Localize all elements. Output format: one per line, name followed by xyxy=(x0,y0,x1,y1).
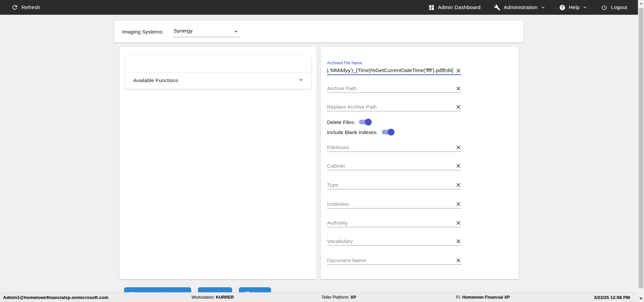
clear-icon[interactable]: × xyxy=(455,200,461,207)
financial-institution-status: FI: Hometown Financial XP xyxy=(456,295,510,300)
archived-file-name-input[interactable]: e({Date},'MMddyy')_{Time}%GetCurrentDate… xyxy=(327,67,453,73)
logout-label: Logout xyxy=(611,4,627,10)
scrollbar-thumb[interactable] xyxy=(639,8,643,288)
document-name-placeholder: Document Name xyxy=(327,257,366,263)
datetime-display: 3/23/25 12:08 PM xyxy=(594,295,630,300)
fi-value: Hometown Financial XP xyxy=(462,295,510,300)
vertical-scrollbar[interactable] xyxy=(638,0,644,302)
help-menu[interactable]: Help xyxy=(559,4,588,11)
toggle-thumb xyxy=(365,119,372,125)
fileroom-placeholder: FileRoom xyxy=(327,144,349,150)
type-placeholder: Type xyxy=(327,182,338,188)
clear-icon[interactable]: × xyxy=(455,257,461,263)
power-icon xyxy=(601,4,607,11)
available-functions-label: Available Functions xyxy=(133,77,178,83)
document-name-field[interactable]: Document Name × xyxy=(327,255,461,265)
status-bar: Admin1@hometownfinancialxp.onmicrosoft.c… xyxy=(0,292,638,302)
institution-placeholder: Institution xyxy=(327,201,349,207)
cabinet-field[interactable]: Cabinet × xyxy=(327,161,461,170)
teller-platform-label: Teller Platform: xyxy=(321,295,349,300)
administration-menu[interactable]: Administration xyxy=(494,4,546,11)
chevron-down-icon xyxy=(297,76,305,85)
delete-files-row: Delete Files: xyxy=(327,118,372,126)
include-blank-indexes-toggle[interactable] xyxy=(382,129,394,135)
clear-icon[interactable]: × xyxy=(455,85,461,92)
refresh-label: Refresh xyxy=(21,4,40,10)
archived-file-name-label: Archived File Name xyxy=(327,61,461,65)
administration-label: Administration xyxy=(504,4,538,10)
clear-icon[interactable]: × xyxy=(455,103,461,110)
available-functions-card: Available Functions xyxy=(125,56,311,89)
vocabulary-field[interactable]: Vocabulary × xyxy=(327,236,461,246)
text-cursor xyxy=(452,67,453,73)
fileroom-field[interactable]: FileRoom × xyxy=(327,142,461,152)
chevron-down-icon xyxy=(582,5,588,10)
clear-icon[interactable]: × xyxy=(455,144,461,150)
imaging-systems-selected-value: Synergy xyxy=(173,28,193,34)
replace-archive-path-field[interactable]: Replace Archive Path × xyxy=(327,102,461,111)
archive-settings-panel: Archived File Name e({Date},'MMddyy')_{T… xyxy=(321,47,519,279)
functions-card-header-area xyxy=(125,56,311,72)
delete-files-toggle[interactable] xyxy=(359,119,372,125)
dashboard-icon xyxy=(428,4,435,11)
imaging-systems-select[interactable]: Synergy xyxy=(173,26,240,37)
admin-dashboard-label: Admin Dashboard xyxy=(438,4,481,10)
include-blank-indexes-row: Include Blank Indexes: xyxy=(327,128,394,136)
chevron-down-icon xyxy=(540,5,546,10)
archived-file-name-field: Archived File Name e({Date},'MMddyy')_{T… xyxy=(327,61,461,75)
imaging-systems-label: Imaging Systems: xyxy=(122,29,163,35)
admin-dashboard-button[interactable]: Admin Dashboard xyxy=(428,4,481,11)
toggle-thumb xyxy=(388,129,394,135)
clear-icon[interactable]: × xyxy=(455,162,461,169)
clear-icon[interactable]: × xyxy=(455,238,461,244)
clear-icon[interactable]: × xyxy=(455,67,461,74)
available-functions-expander[interactable]: Available Functions xyxy=(125,72,311,88)
archive-path-field[interactable]: Archive Path × xyxy=(327,83,461,93)
refresh-icon xyxy=(11,4,18,11)
clear-icon[interactable]: × xyxy=(455,219,461,226)
workstation-value: KURRER xyxy=(216,295,234,300)
clear-icon[interactable]: × xyxy=(455,181,461,188)
functions-panel: Available Functions xyxy=(119,47,317,279)
teller-platform-status: Teller Platform: XP xyxy=(321,295,356,300)
include-blank-indexes-label: Include Blank Indexes: xyxy=(327,129,378,135)
vocabulary-placeholder: Vocabulary xyxy=(327,238,353,244)
scroll-down-arrow-icon[interactable] xyxy=(639,298,643,300)
institution-field[interactable]: Institution × xyxy=(327,199,461,208)
delete-files-label: Delete Files: xyxy=(327,119,355,125)
replace-archive-path-placeholder: Replace Archive Path xyxy=(327,104,377,110)
archived-file-name-value: e({Date},'MMddyy')_{Time}%GetCurrentDate… xyxy=(327,67,452,73)
authority-field[interactable]: Authority × xyxy=(327,218,461,227)
imaging-systems-card: Imaging Systems: Synergy xyxy=(114,21,524,43)
logged-in-user: Admin1@hometownfinancialxp.onmicrosoft.c… xyxy=(3,295,108,300)
cabinet-placeholder: Cabinet xyxy=(327,163,345,169)
logout-button[interactable]: Logout xyxy=(601,4,627,11)
workstation-status: Workstation: KURRER xyxy=(192,295,234,300)
wrench-icon xyxy=(494,4,500,11)
teller-platform-value: XP xyxy=(351,295,356,300)
refresh-button[interactable]: Refresh xyxy=(11,4,40,11)
application-window: Refresh Admin Dashboard Administration xyxy=(0,0,644,302)
top-navigation-bar: Refresh Admin Dashboard Administration xyxy=(0,0,638,15)
type-field[interactable]: Type × xyxy=(327,180,461,189)
scroll-up-arrow-icon[interactable] xyxy=(639,2,643,4)
help-label: Help xyxy=(569,4,580,10)
authority-placeholder: Authority xyxy=(327,220,347,226)
fi-label: FI: xyxy=(456,295,461,300)
dropdown-arrow-icon xyxy=(234,31,238,33)
archive-path-placeholder: Archive Path xyxy=(327,85,357,92)
workstation-label: Workstation: xyxy=(192,295,215,300)
help-icon xyxy=(559,4,566,11)
